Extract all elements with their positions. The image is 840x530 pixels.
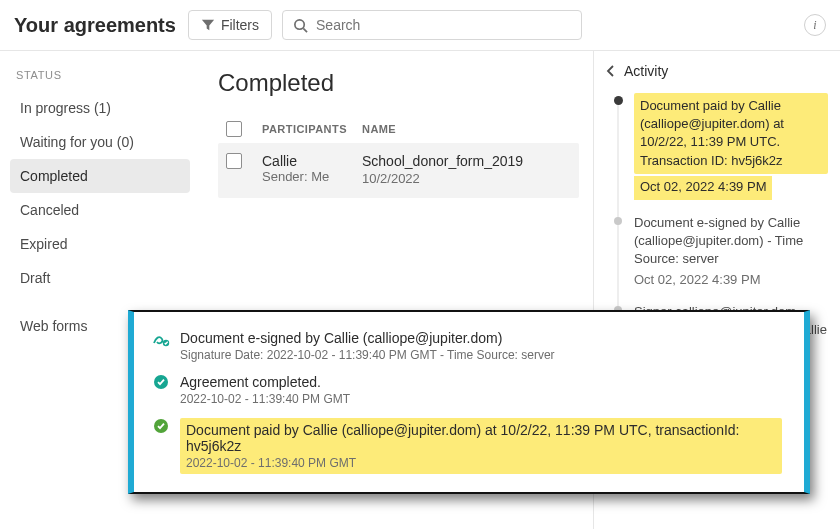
audit-row-sub: Signature Date: 2022-10-02 - 11:39:40 PM… <box>180 348 782 362</box>
header-bar: Your agreements Filters i <box>0 0 840 51</box>
sidebar-item-expired[interactable]: Expired <box>10 227 190 261</box>
esign-icon <box>152 330 170 348</box>
activity-item: Document paid by Callie (calliope@jupite… <box>614 93 828 214</box>
audit-row-body: Document paid by Callie (calliope@jupite… <box>180 418 782 474</box>
sidebar-heading: STATUS <box>16 69 184 81</box>
audit-row: Document paid by Callie (calliope@jupite… <box>152 418 782 474</box>
timeline-dot-icon <box>614 96 623 105</box>
select-all-checkbox[interactable] <box>226 121 262 137</box>
participant-sender: Sender: Me <box>262 169 362 184</box>
table-row[interactable]: Callie Sender: Me School_donor_form_2019… <box>218 143 579 198</box>
audit-row: Agreement completed. 2022-10-02 - 11:39:… <box>152 374 782 406</box>
svg-point-0 <box>295 19 304 28</box>
activity-time: Oct 02, 2022 4:39 PM <box>634 271 828 289</box>
audit-row: Document e-signed by Callie (calliope@ju… <box>152 330 782 362</box>
activity-time: Oct 02, 2022 4:39 PM <box>634 176 772 200</box>
timeline-dot-icon <box>614 217 622 225</box>
check-circle-icon <box>152 374 170 390</box>
sidebar-item-draft[interactable]: Draft <box>10 261 190 295</box>
search-icon <box>293 18 308 33</box>
funnel-icon <box>201 18 215 32</box>
filters-label: Filters <box>221 17 259 33</box>
table-header: PARTICIPANTS NAME <box>218 115 579 143</box>
info-icon[interactable]: i <box>804 14 826 36</box>
filters-button[interactable]: Filters <box>188 10 272 40</box>
audit-row-title: Agreement completed. <box>180 374 782 390</box>
audit-callout-body: Document e-signed by Callie (calliope@ju… <box>128 310 810 494</box>
sidebar-item-completed[interactable]: Completed <box>10 159 190 193</box>
activity-text: Document paid by Callie (calliope@jupite… <box>634 93 828 174</box>
audit-row-sub: 2022-10-02 - 11:39:40 PM GMT <box>186 456 776 470</box>
participant-name: Callie <box>262 153 362 169</box>
audit-row-body: Agreement completed. 2022-10-02 - 11:39:… <box>180 374 782 406</box>
search-input[interactable] <box>316 17 571 33</box>
audit-row-title: Document e-signed by Callie (calliope@ju… <box>180 330 782 346</box>
col-name[interactable]: NAME <box>362 123 571 135</box>
main-heading: Completed <box>218 69 579 97</box>
search-field[interactable] <box>282 10 582 40</box>
audit-row-body: Document e-signed by Callie (calliope@ju… <box>180 330 782 362</box>
svg-line-1 <box>303 28 307 32</box>
sidebar-item-waiting[interactable]: Waiting for you (0) <box>10 125 190 159</box>
check-circle-icon <box>152 418 170 434</box>
page-title: Your agreements <box>14 14 176 37</box>
row-name: School_donor_form_2019 10/2/2022 <box>362 153 571 186</box>
audit-row-title: Document paid by Callie (calliope@jupite… <box>186 422 776 454</box>
col-participants[interactable]: PARTICIPANTS <box>262 123 362 135</box>
sidebar-item-in-progress[interactable]: In progress (1) <box>10 91 190 125</box>
doc-name: School_donor_form_2019 <box>362 153 571 169</box>
audit-callout: Document e-signed by Callie (calliope@ju… <box>128 310 810 494</box>
activity-heading: Activity <box>624 63 668 79</box>
chevron-left-icon <box>606 65 616 77</box>
sidebar-item-canceled[interactable]: Canceled <box>10 193 190 227</box>
audit-row-sub: 2022-10-02 - 11:39:40 PM GMT <box>180 392 782 406</box>
doc-date: 10/2/2022 <box>362 171 571 186</box>
activity-item: Document e-signed by Callie (calliope@ju… <box>614 214 828 303</box>
row-checkbox[interactable] <box>226 153 262 169</box>
activity-header[interactable]: Activity <box>606 63 828 79</box>
row-participants: Callie Sender: Me <box>262 153 362 184</box>
activity-text: Document e-signed by Callie (calliope@ju… <box>634 214 828 269</box>
